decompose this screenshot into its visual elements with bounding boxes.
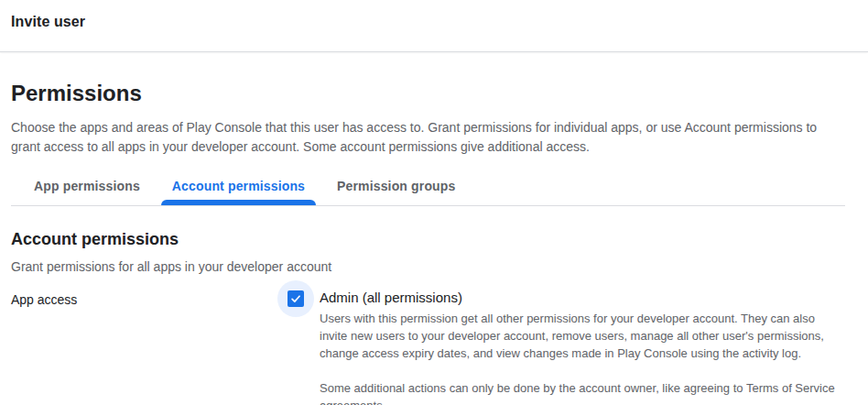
tab-app-permissions[interactable]: App permissions (23, 170, 151, 205)
checkbox-box (288, 290, 304, 307)
account-permissions-subtitle: Grant permissions for all apps in your d… (11, 259, 845, 274)
tab-account-permissions[interactable]: Account permissions (161, 170, 316, 205)
tab-label: App permissions (34, 179, 140, 193)
tab-permission-groups[interactable]: Permission groups (326, 170, 466, 205)
account-permissions-heading: Account permissions (11, 229, 845, 249)
page-header: Invite user (0, 0, 868, 52)
permissions-tab-bar: App permissions Account permissions Perm… (11, 170, 845, 206)
tab-label: Permission groups (337, 179, 455, 193)
admin-option-description: Users with this permission get all other… (320, 310, 837, 362)
admin-option: Admin (all permissions) Users with this … (320, 280, 837, 405)
checkmark-icon (289, 292, 302, 305)
permissions-page: Permissions Choose the apps and areas of… (0, 80, 868, 405)
page-title: Invite user (11, 14, 857, 30)
row-label-app-access: App access (11, 280, 277, 307)
admin-option-description-owner-note: Some additional actions can only be done… (320, 379, 837, 405)
permissions-description: Choose the apps and areas of Play Consol… (11, 118, 845, 157)
active-tab-indicator (161, 200, 316, 205)
permission-row: App access Admin (all permissions) Users… (11, 280, 845, 405)
permissions-heading: Permissions (11, 80, 845, 107)
admin-permission-checkbox[interactable] (277, 280, 314, 317)
tab-label: Account permissions (172, 179, 305, 193)
admin-option-title: Admin (all permissions) (320, 290, 837, 306)
